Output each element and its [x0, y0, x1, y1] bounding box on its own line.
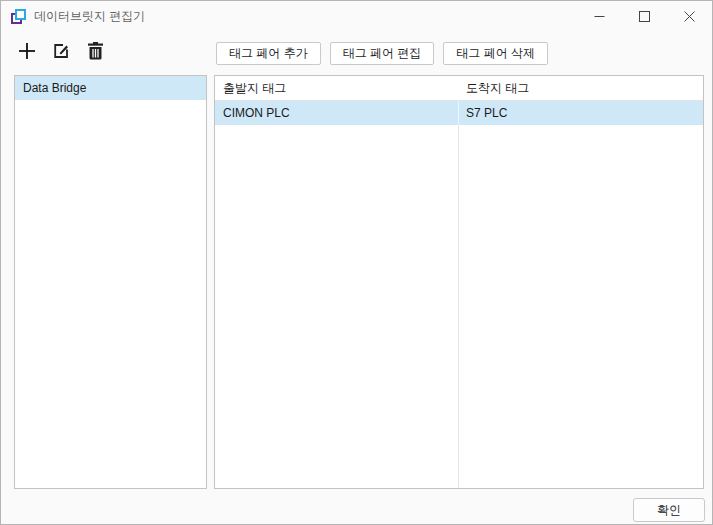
edit-tag-pair-button[interactable]: 태그 페어 편집	[330, 42, 435, 65]
window-title: 데이터브릿지 편집기	[34, 8, 145, 25]
source-tag-cell: CIMON PLC	[215, 106, 458, 120]
close-button[interactable]	[667, 1, 712, 32]
table-row[interactable]: CIMON PLC S7 PLC	[215, 101, 703, 125]
toolbar: 태그 페어 추가 태그 페어 편집 태그 페어 삭제	[1, 39, 712, 67]
add-tag-pair-button[interactable]: 태그 페어 추가	[216, 42, 321, 65]
tag-pair-buttons: 태그 페어 추가 태그 페어 편집 태그 페어 삭제	[216, 42, 548, 65]
window-controls	[577, 1, 712, 32]
destination-tag-cell: S7 PLC	[458, 106, 703, 120]
delete-tag-pair-button[interactable]: 태그 페어 삭제	[443, 42, 548, 65]
app-logo-icon	[11, 9, 26, 24]
bridge-item-label: Data Bridge	[23, 81, 86, 95]
maximize-button[interactable]	[622, 1, 667, 32]
title-bar: 데이터브릿지 편집기	[1, 1, 712, 32]
row-cell-divider	[458, 101, 459, 125]
source-tag-column-header[interactable]: 출발지 태그	[215, 80, 458, 97]
edit-icon[interactable]	[51, 41, 71, 61]
minimize-button[interactable]	[577, 1, 622, 32]
table-header-row: 출발지 태그 도착지 태그	[215, 76, 703, 101]
bridge-list-panel: Data Bridge	[14, 75, 207, 489]
delete-icon[interactable]	[85, 41, 105, 61]
destination-tag-column-header[interactable]: 도착지 태그	[458, 80, 703, 97]
data-bridge-editor-window: 데이터브릿지 편집기	[0, 0, 713, 525]
bridge-list-item[interactable]: Data Bridge	[15, 76, 206, 100]
logo-blue-square	[15, 9, 26, 20]
add-icon[interactable]	[17, 41, 37, 61]
tag-pair-table: 출발지 태그 도착지 태그 CIMON PLC S7 PLC	[214, 75, 704, 489]
ok-button[interactable]: 확인	[633, 498, 705, 522]
column-divider	[458, 76, 459, 488]
toolbar-icons	[17, 41, 105, 61]
